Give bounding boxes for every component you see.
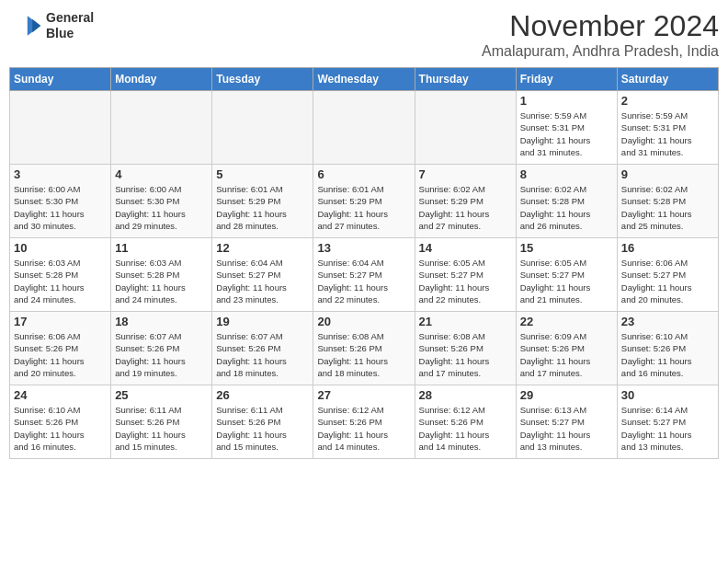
day-number: 17 [14,315,107,328]
calendar-cell: 14Sunrise: 6:05 AM Sunset: 5:27 PM Dayli… [415,238,516,312]
logo-text: General Blue [46,10,94,41]
day-info: Sunrise: 5:59 AM Sunset: 5:31 PM Dayligh… [621,109,714,158]
calendar-cell: 21Sunrise: 6:08 AM Sunset: 5:26 PM Dayli… [415,312,516,385]
day-number: 7 [419,167,512,181]
calendar-cell: 9Sunrise: 6:02 AM Sunset: 5:28 PM Daylig… [617,165,718,238]
day-info: Sunrise: 6:04 AM Sunset: 5:27 PM Dayligh… [317,257,410,305]
calendar-cell: 1Sunrise: 5:59 AM Sunset: 5:31 PM Daylig… [516,91,617,165]
calendar-cell: 28Sunrise: 6:12 AM Sunset: 5:26 PM Dayli… [415,385,516,459]
day-number: 22 [520,315,613,328]
day-info: Sunrise: 6:07 AM Sunset: 5:26 PM Dayligh… [216,330,309,379]
day-number: 27 [317,388,410,402]
day-number: 23 [621,315,714,328]
day-info: Sunrise: 6:02 AM Sunset: 5:29 PM Dayligh… [419,183,512,232]
calendar-cell: 16Sunrise: 6:06 AM Sunset: 5:27 PM Dayli… [617,238,718,312]
calendar-cell: 30Sunrise: 6:14 AM Sunset: 5:27 PM Dayli… [617,385,718,459]
day-number: 14 [419,241,512,255]
day-info: Sunrise: 6:03 AM Sunset: 5:28 PM Dayligh… [14,257,107,305]
calendar-cell: 15Sunrise: 6:05 AM Sunset: 5:27 PM Dayli… [516,238,617,312]
logo-icon [9,9,42,42]
day-number: 1 [520,94,613,108]
logo-line2: Blue [46,26,94,41]
calendar-cell: 19Sunrise: 6:07 AM Sunset: 5:26 PM Dayli… [212,312,313,385]
day-info: Sunrise: 6:00 AM Sunset: 5:30 PM Dayligh… [115,183,208,232]
calendar-cell [10,91,111,165]
day-info: Sunrise: 6:12 AM Sunset: 5:26 PM Dayligh… [419,404,512,453]
calendar-cell: 11Sunrise: 6:03 AM Sunset: 5:28 PM Dayli… [111,238,212,312]
calendar-cell: 4Sunrise: 6:00 AM Sunset: 5:30 PM Daylig… [111,165,212,238]
calendar-cell: 27Sunrise: 6:12 AM Sunset: 5:26 PM Dayli… [313,385,415,459]
day-number: 20 [317,315,410,328]
day-number: 6 [317,167,410,181]
day-number: 25 [115,388,208,402]
day-info: Sunrise: 6:01 AM Sunset: 5:29 PM Dayligh… [216,183,309,232]
day-number: 18 [115,315,208,328]
weekday-header-tuesday: Tuesday [212,68,313,91]
calendar-cell [313,91,415,165]
weekday-header-sunday: Sunday [10,68,111,91]
day-number: 28 [419,388,512,402]
calendar-cell: 20Sunrise: 6:08 AM Sunset: 5:26 PM Dayli… [313,312,415,385]
calendar-cell: 13Sunrise: 6:04 AM Sunset: 5:27 PM Dayli… [313,238,415,312]
day-info: Sunrise: 6:10 AM Sunset: 5:26 PM Dayligh… [621,330,714,379]
day-info: Sunrise: 6:00 AM Sunset: 5:30 PM Dayligh… [14,183,107,232]
calendar-week-4: 17Sunrise: 6:06 AM Sunset: 5:26 PM Dayli… [10,312,719,385]
day-number: 26 [216,388,309,402]
calendar-cell: 18Sunrise: 6:07 AM Sunset: 5:26 PM Dayli… [111,312,212,385]
weekday-header-saturday: Saturday [617,68,718,91]
day-number: 29 [520,388,613,402]
calendar-cell: 10Sunrise: 6:03 AM Sunset: 5:28 PM Dayli… [10,238,111,312]
calendar-cell: 7Sunrise: 6:02 AM Sunset: 5:29 PM Daylig… [415,165,516,238]
day-info: Sunrise: 6:02 AM Sunset: 5:28 PM Dayligh… [520,183,613,232]
day-info: Sunrise: 6:05 AM Sunset: 5:27 PM Dayligh… [520,257,613,305]
calendar-cell: 12Sunrise: 6:04 AM Sunset: 5:27 PM Dayli… [212,238,313,312]
day-number: 10 [14,241,107,255]
day-info: Sunrise: 6:11 AM Sunset: 5:26 PM Dayligh… [115,404,208,453]
calendar-cell: 2Sunrise: 5:59 AM Sunset: 5:31 PM Daylig… [617,91,718,165]
day-number: 30 [621,388,714,402]
day-number: 19 [216,315,309,328]
calendar-cell: 23Sunrise: 6:10 AM Sunset: 5:26 PM Dayli… [617,312,718,385]
day-number: 24 [14,388,107,402]
day-number: 5 [216,167,309,181]
weekday-header-wednesday: Wednesday [313,68,415,91]
calendar-cell: 26Sunrise: 6:11 AM Sunset: 5:26 PM Dayli… [212,385,313,459]
day-info: Sunrise: 6:08 AM Sunset: 5:26 PM Dayligh… [317,330,410,379]
calendar-cell: 29Sunrise: 6:13 AM Sunset: 5:27 PM Dayli… [516,385,617,459]
calendar-cell [415,91,516,165]
weekday-header-thursday: Thursday [415,68,516,91]
calendar-cell [212,91,313,165]
day-info: Sunrise: 6:02 AM Sunset: 5:28 PM Dayligh… [621,183,714,232]
day-info: Sunrise: 6:01 AM Sunset: 5:29 PM Dayligh… [317,183,410,232]
weekday-header-monday: Monday [111,68,212,91]
day-number: 13 [317,241,410,255]
day-info: Sunrise: 6:12 AM Sunset: 5:26 PM Dayligh… [317,404,410,453]
day-info: Sunrise: 6:10 AM Sunset: 5:26 PM Dayligh… [14,404,107,453]
day-info: Sunrise: 6:08 AM Sunset: 5:26 PM Dayligh… [419,330,512,379]
calendar-week-5: 24Sunrise: 6:10 AM Sunset: 5:26 PM Dayli… [10,385,719,459]
day-number: 9 [621,167,714,181]
day-info: Sunrise: 6:03 AM Sunset: 5:28 PM Dayligh… [115,257,208,305]
day-info: Sunrise: 6:06 AM Sunset: 5:27 PM Dayligh… [621,257,714,305]
day-info: Sunrise: 6:07 AM Sunset: 5:26 PM Dayligh… [115,330,208,379]
day-info: Sunrise: 6:05 AM Sunset: 5:27 PM Dayligh… [419,257,512,305]
page-header: General Blue November 2024 Amalapuram, A… [9,9,719,60]
day-number: 4 [115,167,208,181]
day-info: Sunrise: 6:11 AM Sunset: 5:26 PM Dayligh… [216,404,309,453]
day-info: Sunrise: 6:06 AM Sunset: 5:26 PM Dayligh… [14,330,107,379]
calendar-week-1: 1Sunrise: 5:59 AM Sunset: 5:31 PM Daylig… [10,91,719,165]
day-number: 16 [621,241,714,255]
calendar-week-2: 3Sunrise: 6:00 AM Sunset: 5:30 PM Daylig… [10,165,719,238]
logo: General Blue [9,9,94,42]
calendar-header-row: SundayMondayTuesdayWednesdayThursdayFrid… [10,68,719,91]
logo-line1: General [46,10,94,26]
calendar-cell: 25Sunrise: 6:11 AM Sunset: 5:26 PM Dayli… [111,385,212,459]
day-number: 15 [520,241,613,255]
calendar-cell [111,91,212,165]
calendar-cell: 5Sunrise: 6:01 AM Sunset: 5:29 PM Daylig… [212,165,313,238]
calendar-week-3: 10Sunrise: 6:03 AM Sunset: 5:28 PM Dayli… [10,238,719,312]
calendar-table: SundayMondayTuesdayWednesdayThursdayFrid… [9,67,719,459]
day-info: Sunrise: 6:14 AM Sunset: 5:27 PM Dayligh… [621,404,714,453]
month-title: November 2024 [482,9,719,43]
day-number: 2 [621,94,714,108]
